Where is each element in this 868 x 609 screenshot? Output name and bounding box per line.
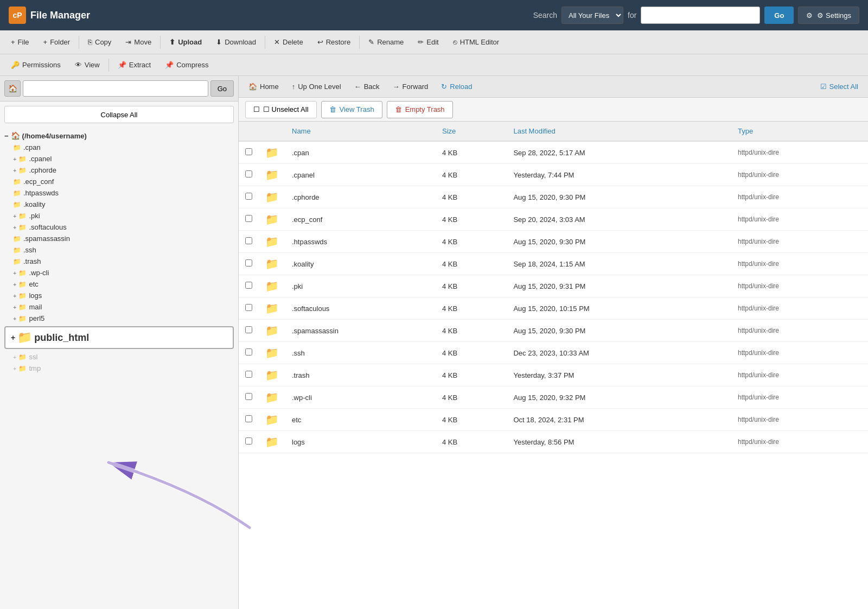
table-row[interactable]: 📁 .ecp_conf 4 KB Sep 20, 2024, 3:03 AM h…	[239, 208, 868, 231]
new-file-button[interactable]: + File	[4, 33, 36, 52]
new-folder-button[interactable]: + Folder	[37, 33, 76, 52]
row-checkbox-cell[interactable]	[239, 342, 259, 364]
table-row[interactable]: 📁 .softaculous 4 KB Aug 15, 2020, 10:15 …	[239, 297, 868, 320]
tree-item-softaculous[interactable]: + 📁 .softaculous	[0, 221, 238, 233]
table-row[interactable]: 📁 .cpan 4 KB Sep 28, 2022, 5:17 AM httpd…	[239, 141, 868, 164]
collapse-all-button[interactable]: Collapse All	[4, 106, 234, 123]
row-checkbox-cell[interactable]	[239, 386, 259, 409]
row-checkbox-cell[interactable]	[239, 164, 259, 186]
row-checkbox[interactable]	[245, 259, 252, 267]
unselect-all-button[interactable]: ☐ ☐ Unselect All	[245, 101, 317, 118]
sidebar-path-input[interactable]	[23, 80, 208, 97]
tree-item-logs[interactable]: + 📁 logs	[0, 290, 238, 301]
row-name[interactable]: .ssh	[285, 342, 436, 364]
row-checkbox-cell[interactable]	[239, 275, 259, 297]
table-row[interactable]: 📁 .trash 4 KB Yesterday, 3:37 PM httpd/u…	[239, 364, 868, 386]
back-button[interactable]: ← Back	[349, 79, 385, 95]
row-checkbox-cell[interactable]	[239, 409, 259, 431]
row-name[interactable]: .trash	[285, 364, 436, 386]
upload-button[interactable]: ⬆ Upload	[163, 33, 208, 52]
row-name[interactable]: .htpasswds	[285, 231, 436, 253]
table-row[interactable]: 📁 .htpasswds 4 KB Aug 15, 2020, 9:30 PM …	[239, 231, 868, 253]
rename-button[interactable]: ✎ Rename	[362, 33, 410, 52]
tree-item-etc[interactable]: + 📁 etc	[0, 278, 238, 290]
tree-item-ecp-conf[interactable]: 📁 .ecp_conf	[0, 176, 238, 187]
row-checkbox[interactable]	[245, 193, 252, 200]
restore-button[interactable]: ↩ Restore	[311, 33, 358, 52]
select-all-button[interactable]: ☑ Select All	[815, 79, 864, 95]
view-button[interactable]: 👁 View	[68, 56, 106, 74]
table-row[interactable]: 📁 .wp-cli 4 KB Aug 15, 2020, 9:32 PM htt…	[239, 386, 868, 409]
table-row[interactable]: 📁 .cphorde 4 KB Aug 15, 2020, 9:30 PM ht…	[239, 186, 868, 208]
row-checkbox[interactable]	[245, 348, 252, 356]
table-row[interactable]: 📁 .pki 4 KB Aug 15, 2020, 9:31 PM httpd/…	[239, 275, 868, 297]
delete-button[interactable]: ✕ Delete	[267, 33, 310, 52]
compress-button[interactable]: 📌 Compress	[158, 56, 215, 74]
row-name[interactable]: .cpan	[285, 141, 436, 164]
row-name[interactable]: logs	[285, 431, 436, 453]
copy-button[interactable]: ⎘ Copy	[81, 33, 118, 52]
tree-item-tmp[interactable]: + 📁 tmp	[0, 363, 238, 374]
row-name[interactable]: .koality	[285, 253, 436, 275]
table-row[interactable]: 📁 .cpanel 4 KB Yesterday, 7:44 PM httpd/…	[239, 164, 868, 186]
tree-item-public-html[interactable]: + 📁 public_html	[4, 326, 234, 349]
col-modified[interactable]: Last Modified	[507, 122, 731, 141]
row-name[interactable]: .cphorde	[285, 186, 436, 208]
up-one-level-button[interactable]: ↑ Up One Level	[286, 79, 347, 95]
row-checkbox[interactable]	[245, 170, 252, 177]
row-name[interactable]: .cpanel	[285, 164, 436, 186]
row-checkbox-cell[interactable]	[239, 320, 259, 342]
row-checkbox-cell[interactable]	[239, 253, 259, 275]
home-button[interactable]: 🏠 Home	[243, 79, 284, 95]
search-scope-select[interactable]: All Your Files	[561, 7, 623, 24]
row-name[interactable]: .ecp_conf	[285, 208, 436, 231]
row-checkbox[interactable]	[245, 148, 252, 155]
row-checkbox[interactable]	[245, 437, 252, 445]
move-button[interactable]: ⇥ Move	[119, 33, 158, 52]
row-name[interactable]: .wp-cli	[285, 386, 436, 409]
table-row[interactable]: 📁 logs 4 KB Yesterday, 8:56 PM httpd/uni…	[239, 431, 868, 453]
table-row[interactable]: 📁 etc 4 KB Oct 18, 2024, 2:31 PM httpd/u…	[239, 409, 868, 431]
tree-item-koality[interactable]: 📁 .koality	[0, 199, 238, 210]
tree-item-cpanel[interactable]: + 📁 .cpanel	[0, 153, 238, 164]
tree-item-htpasswds[interactable]: 📁 .htpasswds	[0, 187, 238, 199]
table-row[interactable]: 📁 .koality 4 KB Sep 18, 2024, 1:15 AM ht…	[239, 253, 868, 275]
row-name[interactable]: .pki	[285, 275, 436, 297]
html-editor-button[interactable]: ⎋ HTML Editor	[446, 33, 506, 52]
download-button[interactable]: ⬇ Download	[209, 33, 263, 52]
tree-item-trash[interactable]: 📁 .trash	[0, 256, 238, 267]
row-checkbox[interactable]	[245, 415, 252, 422]
forward-button[interactable]: → Forward	[387, 79, 434, 95]
row-checkbox[interactable]	[245, 371, 252, 378]
search-input[interactable]	[641, 7, 760, 24]
table-row[interactable]: 📁 .spamassassin 4 KB Aug 15, 2020, 9:30 …	[239, 320, 868, 342]
view-trash-button[interactable]: 🗑 View Trash	[321, 101, 382, 118]
sidebar-home-button[interactable]: 🏠	[4, 80, 21, 97]
tree-item-pki[interactable]: + 📁 .pki	[0, 210, 238, 221]
row-checkbox-cell[interactable]	[239, 141, 259, 164]
tree-item-ssl[interactable]: + 📁 ssl	[0, 351, 238, 363]
row-name[interactable]: .softaculous	[285, 297, 436, 320]
col-type[interactable]: Type	[731, 122, 868, 141]
permissions-button[interactable]: 🔑 Permissions	[4, 56, 67, 74]
row-checkbox[interactable]	[245, 282, 252, 289]
col-name[interactable]: Name	[285, 122, 436, 141]
tree-item-perl5[interactable]: + 📁 perl5	[0, 313, 238, 324]
reload-button[interactable]: ↻ Reload	[436, 79, 477, 95]
row-checkbox[interactable]	[245, 237, 252, 244]
row-name[interactable]: etc	[285, 409, 436, 431]
row-checkbox-cell[interactable]	[239, 208, 259, 231]
row-name[interactable]: .spamassassin	[285, 320, 436, 342]
edit-button[interactable]: ✏ Edit	[411, 33, 445, 52]
tree-item-ssh[interactable]: 📁 .ssh	[0, 244, 238, 256]
settings-button[interactable]: ⚙ ⚙ Settings	[798, 7, 859, 24]
tree-item-mail[interactable]: + 📁 mail	[0, 301, 238, 313]
tree-item-spamassassin[interactable]: 📁 .spamassassin	[0, 233, 238, 244]
col-size[interactable]: Size	[436, 122, 507, 141]
row-checkbox[interactable]	[245, 393, 252, 400]
extract-button[interactable]: 📌 Extract	[111, 56, 157, 74]
row-checkbox[interactable]	[245, 326, 252, 333]
empty-trash-button[interactable]: 🗑 Empty Trash	[387, 101, 453, 118]
row-checkbox-cell[interactable]	[239, 231, 259, 253]
sidebar-go-button[interactable]: Go	[210, 80, 234, 97]
